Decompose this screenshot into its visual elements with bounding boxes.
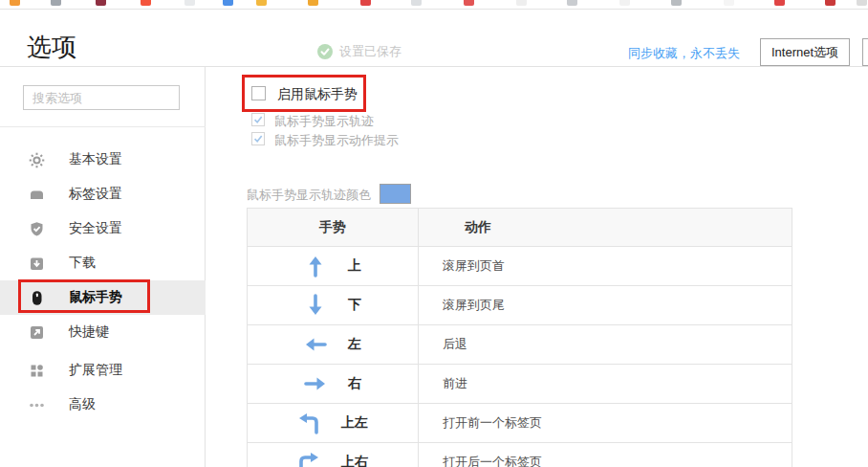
settings-saved-badge: 设置已保存 bbox=[317, 43, 401, 60]
table-row: 右 前进 bbox=[248, 365, 792, 404]
arrow-left-icon bbox=[304, 333, 327, 356]
bookmark-favicon[interactable] bbox=[516, 0, 527, 6]
bookmark-favicon[interactable] bbox=[774, 0, 785, 6]
ellipsis-icon bbox=[29, 397, 45, 413]
bookmark-favicon[interactable] bbox=[51, 0, 61, 6]
table-row: 下 滚屏到页尾 bbox=[248, 286, 792, 325]
show-trail-label: 鼠标手势显示轨迹 bbox=[274, 113, 374, 130]
bookmark-favicon[interactable] bbox=[567, 0, 577, 6]
gesture-label: 上 bbox=[348, 257, 361, 275]
settings-saved-label: 设置已保存 bbox=[339, 43, 401, 60]
gesture-label: 左 bbox=[348, 336, 361, 353]
bookmark-favicon[interactable] bbox=[464, 0, 474, 6]
annotation-box-enable-checkbox bbox=[242, 75, 366, 112]
sidebar-item-label: 基本设置 bbox=[69, 151, 122, 168]
bookmark-favicon[interactable] bbox=[10, 0, 20, 6]
bookmark-favicon[interactable] bbox=[184, 0, 195, 6]
check-icon bbox=[252, 113, 264, 126]
gesture-label: 上左 bbox=[341, 414, 368, 432]
bookmark-favicon[interactable] bbox=[96, 0, 106, 6]
sidebar-item-label: 下载 bbox=[69, 255, 96, 272]
show-trail-checkbox[interactable] bbox=[251, 113, 265, 126]
gesture-label: 上右 bbox=[341, 454, 368, 467]
arrow-up-left-icon bbox=[297, 411, 320, 434]
page-title: 选项 bbox=[27, 31, 76, 64]
table-row: 左 后退 bbox=[248, 325, 792, 365]
sidebar-item-label: 快捷键 bbox=[69, 323, 109, 341]
action-label: 后退 bbox=[419, 325, 792, 365]
bookmark-favicon[interactable] bbox=[825, 0, 835, 6]
trail-color-label: 鼠标手势显示轨迹颜色 bbox=[247, 187, 371, 204]
internet-options-button[interactable]: Internet选项 bbox=[760, 38, 850, 66]
search-input[interactable] bbox=[23, 85, 180, 110]
sidebar-item-label: 标签设置 bbox=[69, 186, 122, 203]
action-label: 滚屏到页尾 bbox=[419, 286, 792, 325]
arrow-right-icon bbox=[304, 372, 327, 395]
table-row: 上右 打开后一个标签页 bbox=[248, 443, 792, 467]
bookmark-favicon[interactable] bbox=[308, 0, 318, 6]
bookmark-favicon[interactable] bbox=[671, 0, 682, 6]
bookmark-favicon[interactable] bbox=[619, 0, 630, 6]
arrow-down-icon bbox=[304, 294, 327, 317]
bookmark-favicon[interactable] bbox=[223, 0, 233, 6]
bookmark-favicon[interactable] bbox=[857, 0, 867, 6]
gear-icon bbox=[29, 152, 45, 168]
trail-color-swatch[interactable] bbox=[380, 184, 411, 204]
show-action-hint-label: 鼠标手势显示动作提示 bbox=[274, 132, 399, 149]
bookmarks-strip bbox=[0, 0, 868, 10]
bookmark-favicon[interactable] bbox=[256, 0, 267, 6]
action-column-header: 动作 bbox=[419, 209, 792, 247]
action-label: 打开前一个标签页 bbox=[419, 404, 792, 443]
gesture-column-header: 手势 bbox=[248, 209, 419, 247]
bookmark-favicon[interactable] bbox=[724, 0, 734, 6]
gesture-table: 手势 动作 上 滚屏到页首 下 滚屏到页尾 左 后退 bbox=[247, 208, 792, 467]
bookmark-favicon[interactable] bbox=[411, 0, 422, 6]
check-icon bbox=[252, 132, 264, 145]
sidebar-item-download[interactable]: 下载 bbox=[0, 246, 206, 280]
tab-icon bbox=[29, 187, 45, 203]
header: 选项 设置已保存 同步收藏，永不丢失 Internet选项 bbox=[0, 11, 868, 67]
extensions-icon bbox=[29, 363, 45, 379]
sidebar: 基本设置 标签设置 安全设置 下载 鼠标手势 bbox=[0, 67, 206, 467]
bookmark-favicon[interactable] bbox=[360, 0, 371, 6]
check-circle-icon bbox=[317, 44, 333, 59]
table-header-row: 手势 动作 bbox=[248, 209, 792, 247]
table-row: 上 滚屏到页首 bbox=[248, 247, 792, 286]
sidebar-item-shortcuts[interactable]: 快捷键 bbox=[0, 315, 206, 349]
action-label: 前进 bbox=[419, 365, 792, 404]
action-label: 打开后一个标签页 bbox=[419, 443, 792, 467]
arrow-up-right-icon bbox=[297, 451, 320, 467]
arrow-up-icon bbox=[304, 255, 327, 278]
sync-favorites-link[interactable]: 同步收藏，永不丢失 bbox=[628, 45, 740, 62]
bookmark-favicon[interactable] bbox=[141, 0, 151, 6]
table-row: 上左 打开前一个标签页 bbox=[248, 404, 792, 443]
shield-icon bbox=[29, 221, 45, 237]
shortcut-icon bbox=[29, 324, 45, 341]
sidebar-item-label: 高级 bbox=[69, 396, 96, 413]
gesture-label: 右 bbox=[348, 375, 361, 392]
partial-button-right-edge[interactable] bbox=[862, 38, 868, 66]
sidebar-divider bbox=[0, 126, 206, 127]
sidebar-item-extensions[interactable]: 扩展管理 bbox=[0, 353, 206, 388]
download-icon bbox=[29, 256, 45, 272]
sidebar-item-security[interactable]: 安全设置 bbox=[0, 211, 206, 246]
gesture-label: 下 bbox=[348, 297, 361, 314]
sidebar-item-basic-settings[interactable]: 基本设置 bbox=[0, 143, 206, 177]
sidebar-item-tab-settings[interactable]: 标签设置 bbox=[0, 177, 206, 211]
action-label: 滚屏到页首 bbox=[419, 247, 792, 286]
sidebar-item-label: 扩展管理 bbox=[69, 362, 122, 379]
show-action-hint-checkbox[interactable] bbox=[251, 132, 265, 145]
sidebar-item-advanced[interactable]: 高级 bbox=[0, 388, 206, 422]
sidebar-item-label: 安全设置 bbox=[69, 220, 122, 237]
annotation-box-mouse-gestures bbox=[18, 279, 150, 313]
